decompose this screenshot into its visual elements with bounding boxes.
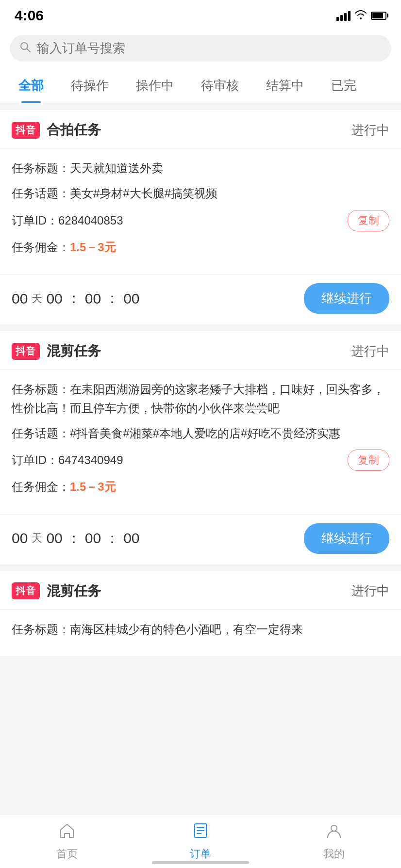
battery-icon bbox=[371, 12, 386, 20]
home-indicator bbox=[152, 861, 249, 864]
nav-mine[interactable]: 我的 bbox=[267, 815, 401, 868]
timer-days: 00 bbox=[12, 290, 28, 307]
task-title-row: 任务标题：天天就知道送外卖 bbox=[12, 159, 389, 177]
order-card: 抖音 混剪任务 进行中 任务标题：在耒阳西湖游园旁的这家老矮子大排档，口味好，回… bbox=[0, 331, 401, 564]
task-topic-row: 任务话题：美女#身材#大长腿#搞笑视频 bbox=[12, 184, 389, 203]
status-time: 4:06 bbox=[15, 7, 44, 24]
task-title-row: 任务标题：在耒阳西湖游园旁的这家老矮子大排档，口味好，回头客多，性价比高！而且停… bbox=[12, 380, 389, 418]
order-card: 抖音 混剪任务 进行中 任务标题：南海区桂城少有的特色小酒吧，有空一定得来 bbox=[0, 571, 401, 656]
timer-days-unit: 天 bbox=[32, 291, 42, 306]
task-type: 混剪任务 bbox=[47, 342, 101, 360]
continue-button[interactable]: 继续进行 bbox=[304, 523, 389, 554]
order-card: 抖音 合拍任务 进行中 任务标题：天天就知道送外卖 任务话题：美女#身材#大长腿… bbox=[0, 110, 401, 324]
timer-hours: 00 bbox=[46, 530, 62, 547]
bottom-nav: 首页 订单 我的 bbox=[0, 815, 401, 868]
timer-days: 00 bbox=[12, 530, 28, 547]
nav-mine-label: 我的 bbox=[323, 847, 345, 861]
timer-seconds: 00 bbox=[123, 290, 139, 307]
order-list: 抖音 合拍任务 进行中 任务标题：天天就知道送外卖 任务话题：美女#身材#大长腿… bbox=[0, 103, 401, 670]
task-title-label: 任务标题： bbox=[12, 161, 70, 175]
tab-pending[interactable]: 待操作 bbox=[57, 68, 122, 103]
task-topic-label: 任务话题： bbox=[12, 187, 70, 200]
order-id-value: 6284040853 bbox=[58, 214, 123, 227]
card-header-left: 抖音 合拍任务 bbox=[12, 121, 101, 139]
card-header-left: 抖音 混剪任务 bbox=[12, 582, 101, 600]
card-body: 任务标题：在耒阳西湖游园旁的这家老矮子大排档，口味好，回头客多，性价比高！而且停… bbox=[0, 370, 401, 514]
timer-minutes: 00 bbox=[85, 290, 101, 307]
status-bar: 4:06 bbox=[0, 0, 401, 29]
svg-point-6 bbox=[331, 825, 337, 831]
commission-label: 任务佣金： bbox=[12, 241, 70, 254]
card-body: 任务标题：南海区桂城少有的特色小酒吧，有空一定得来 bbox=[0, 610, 401, 656]
order-id-label: 订单ID： bbox=[12, 453, 58, 466]
timer: 00 天 00 ： 00 ： 00 bbox=[12, 529, 140, 548]
order-icon bbox=[192, 822, 209, 844]
order-id-row: 订单ID：6284040853 复制 bbox=[12, 210, 389, 231]
nav-order[interactable]: 订单 bbox=[134, 815, 267, 868]
order-id-row: 订单ID：6474340949 复制 bbox=[12, 450, 389, 471]
timer-days-unit: 天 bbox=[32, 531, 42, 546]
task-topic-value: 美女#身材#大长腿#搞笑视频 bbox=[70, 187, 217, 200]
nav-home[interactable]: 首页 bbox=[0, 815, 134, 868]
timer-row: 00 天 00 ： 00 ： 00 继续进行 bbox=[0, 274, 401, 324]
task-status: 进行中 bbox=[351, 122, 389, 139]
timer-row: 00 天 00 ： 00 ： 00 继续进行 bbox=[0, 514, 401, 564]
copy-button[interactable]: 复制 bbox=[348, 450, 389, 471]
task-status: 进行中 bbox=[351, 582, 389, 599]
commission-value: 1.5－3元 bbox=[70, 480, 116, 493]
timer-hours: 00 bbox=[46, 290, 62, 307]
task-status: 进行中 bbox=[351, 343, 389, 360]
task-title-value: 天天就知道送外卖 bbox=[70, 161, 163, 175]
task-title-label: 任务标题： bbox=[12, 383, 70, 396]
tab-operating[interactable]: 操作中 bbox=[122, 68, 187, 103]
tab-done[interactable]: 已完 bbox=[317, 68, 370, 103]
card-body: 任务标题：天天就知道送外卖 任务话题：美女#身材#大长腿#搞笑视频 订单ID：6… bbox=[0, 148, 401, 274]
platform-badge: 抖音 bbox=[12, 343, 40, 360]
timer-seconds: 00 bbox=[123, 530, 139, 547]
task-topic-label: 任务话题： bbox=[12, 427, 70, 440]
continue-button[interactable]: 继续进行 bbox=[304, 283, 389, 314]
task-topic-value: #抖音美食#湘菜#本地人爱吃的店#好吃不贵经济实惠 bbox=[70, 427, 340, 440]
wifi-icon bbox=[354, 10, 367, 22]
copy-button[interactable]: 复制 bbox=[348, 210, 389, 231]
tab-reviewing[interactable]: 待审核 bbox=[187, 68, 252, 103]
order-id-value: 6474340949 bbox=[58, 453, 123, 466]
platform-badge: 抖音 bbox=[12, 582, 40, 599]
tab-bar: 全部 待操作 操作中 待审核 结算中 已完 bbox=[0, 68, 401, 103]
search-input[interactable] bbox=[37, 41, 382, 56]
task-type: 混剪任务 bbox=[47, 582, 101, 600]
nav-order-label: 订单 bbox=[190, 847, 211, 861]
card-header-left: 抖音 混剪任务 bbox=[12, 342, 101, 360]
svg-line-1 bbox=[27, 48, 31, 52]
platform-badge: 抖音 bbox=[12, 122, 40, 139]
task-topic-row: 任务话题：#抖音美食#湘菜#本地人爱吃的店#好吃不贵经济实惠 bbox=[12, 424, 389, 443]
timer-colon-2: ： bbox=[105, 289, 119, 308]
timer-minutes: 00 bbox=[85, 530, 101, 547]
card-header: 抖音 混剪任务 进行中 bbox=[0, 571, 401, 610]
mine-icon bbox=[325, 822, 343, 844]
search-bar[interactable] bbox=[10, 35, 391, 62]
task-title-row: 任务标题：南海区桂城少有的特色小酒吧，有空一定得来 bbox=[12, 620, 389, 639]
nav-home-label: 首页 bbox=[56, 847, 78, 861]
commission-value: 1.5－3元 bbox=[70, 241, 116, 254]
order-id-label: 订单ID： bbox=[12, 214, 58, 227]
search-container bbox=[0, 29, 401, 68]
timer-colon-1: ： bbox=[67, 289, 81, 308]
task-type: 合拍任务 bbox=[47, 121, 101, 139]
commission-label: 任务佣金： bbox=[12, 480, 70, 493]
signal-icon bbox=[336, 10, 351, 21]
status-icons bbox=[336, 10, 386, 22]
home-icon bbox=[58, 822, 76, 844]
tab-settling[interactable]: 结算中 bbox=[252, 68, 317, 103]
tab-all[interactable]: 全部 bbox=[5, 68, 57, 103]
search-icon bbox=[19, 41, 31, 56]
timer: 00 天 00 ： 00 ： 00 bbox=[12, 289, 140, 308]
task-title-value: 南海区桂城少有的特色小酒吧，有空一定得来 bbox=[70, 623, 303, 636]
timer-colon-2: ： bbox=[105, 529, 119, 548]
card-header: 抖音 混剪任务 进行中 bbox=[0, 331, 401, 370]
timer-colon-1: ： bbox=[67, 529, 81, 548]
commission-row: 任务佣金：1.5－3元 bbox=[12, 238, 389, 257]
commission-row: 任务佣金：1.5－3元 bbox=[12, 478, 389, 496]
card-header: 抖音 合拍任务 进行中 bbox=[0, 110, 401, 148]
task-title-label: 任务标题： bbox=[12, 623, 70, 636]
